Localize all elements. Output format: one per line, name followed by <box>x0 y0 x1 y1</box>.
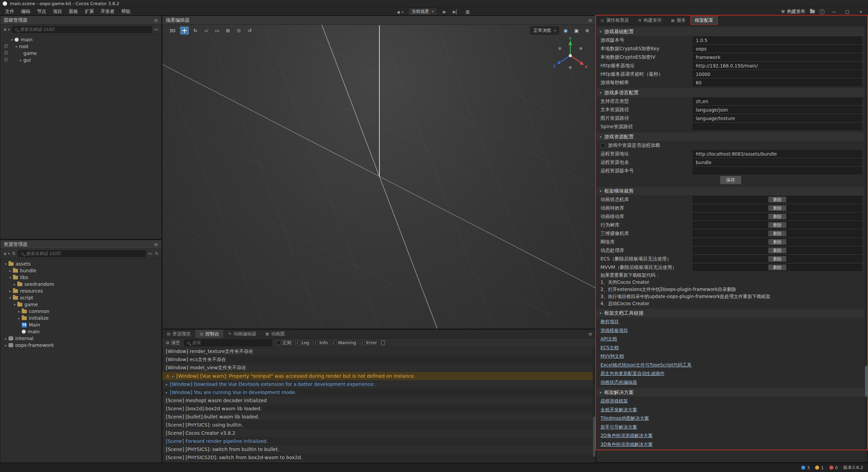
maximize-button[interactable]: □ <box>843 9 852 14</box>
menu-project[interactable]: 项目 <box>50 8 65 15</box>
link-guide-solution[interactable]: 新手引导解决方案 <box>600 423 637 432</box>
menu-file[interactable]: 文件 <box>2 8 17 15</box>
link-tutorial-project[interactable]: 教程项目 <box>600 317 619 326</box>
asset-node-game[interactable]: ▾game <box>0 301 161 308</box>
log-row-info[interactable]: ▸[Window] You are running Vue in develop… <box>162 388 596 396</box>
asset-node-initialize[interactable]: ▸initialize <box>0 315 161 321</box>
asset-node-main-scene[interactable]: main <box>0 328 161 335</box>
link-excel-tool[interactable]: Excel格式转Json文件与TypeScript代码工具 <box>600 361 692 370</box>
axis-gizmo[interactable]: Y X Z <box>552 37 589 74</box>
close-button[interactable]: × <box>856 9 865 14</box>
scene-camera-icon[interactable]: ▣ <box>572 26 581 35</box>
section-basic-config[interactable]: ▾游戏基础配置 <box>596 27 865 36</box>
expander-icon[interactable]: ▸ <box>166 382 167 386</box>
view-mode-dropdown[interactable]: 正常浏览 ▾ <box>530 26 559 35</box>
layout-grid-icon[interactable]: ▦ <box>464 9 471 14</box>
section-module-trim[interactable]: ▾框架模块裁剪 <box>596 187 865 195</box>
asset-node-assets[interactable]: ▾assets <box>0 260 161 267</box>
field-languages[interactable] <box>693 98 862 105</box>
field-remote-url[interactable] <box>693 150 862 157</box>
coordinate-space-toggle[interactable]: ↺ <box>245 26 254 35</box>
transform-rotate-tool[interactable]: ↻ <box>191 26 200 35</box>
warning-count-badge[interactable]: 1 <box>815 465 824 470</box>
filter-error-checkbox[interactable]: ✓Error <box>360 340 377 345</box>
link-3d-rpg-solution[interactable]: 3D角色扮演游戏解决方案 <box>600 440 653 449</box>
field-http-server[interactable] <box>693 62 862 69</box>
delete-module-dynamic-button[interactable]: 删除 <box>768 248 786 253</box>
tab-build-publish[interactable]: ⚒构建发布 <box>634 16 667 25</box>
field-text-path[interactable] <box>693 106 862 113</box>
open-log-file-icon[interactable] <box>381 340 385 345</box>
section-solutions[interactable]: ▾框架解决方案 <box>596 388 865 397</box>
delete-module-camera-button[interactable]: 删除 <box>768 231 786 236</box>
section-resource-config[interactable]: ▾游戏资源配置 <box>596 133 865 141</box>
link-mvvm-docs[interactable]: MVVM文档 <box>600 352 624 361</box>
link-animator-editor[interactable]: 动画状态机编辑器 <box>600 378 637 387</box>
tab-services[interactable]: ▦服务 <box>667 16 690 25</box>
field-remote-bundle[interactable] <box>693 159 862 166</box>
delete-module-network-button[interactable]: 删除 <box>768 239 786 245</box>
log-row[interactable]: [Scene] [box2d]:box2d wasm lib loaded. <box>162 405 596 413</box>
tab-animation-editor[interactable]: ✎动画编辑器 <box>224 330 261 338</box>
asset-node-libs[interactable]: ▾libs <box>0 274 161 281</box>
assets-sort-icon[interactable]: ⇅ <box>12 251 16 256</box>
field-image-path[interactable] <box>693 115 862 122</box>
expander-icon[interactable]: ▸ <box>166 391 167 394</box>
transform-gizmo-tool[interactable]: ⊞ <box>223 26 232 35</box>
console-clear-button[interactable]: ⊘清空 <box>166 340 180 346</box>
regex-checkbox[interactable]: 正则 <box>276 340 291 346</box>
preview-platform-icon[interactable]: ▶ ▾ <box>397 9 404 14</box>
console-search-input[interactable] <box>192 340 269 345</box>
tab-framework-config[interactable]: 框架配置 <box>690 16 718 25</box>
lock-icon[interactable] <box>2 45 9 48</box>
log-row[interactable]: [Window] ecs文件夹不存在 <box>162 356 596 364</box>
log-row[interactable]: [Scene] Cocos Creator v3.8.2 <box>162 429 596 437</box>
projection-3d-toggle[interactable]: 3D <box>166 26 178 35</box>
delete-module-ecs-button[interactable]: 删除 <box>768 256 786 262</box>
link-fullstack-solution[interactable]: 全栈开发解决方案 <box>600 406 637 414</box>
field-fps[interactable] <box>693 79 862 86</box>
field-remote-version[interactable] <box>693 167 862 174</box>
expander-icon[interactable]: ▸ <box>18 58 23 62</box>
hierarchy-menu-icon[interactable]: ≡ <box>154 17 158 23</box>
log-count-badge[interactable]: 3 <box>801 465 810 470</box>
log-row[interactable]: [Window] render_texture文件夹不存在 <box>162 348 596 356</box>
open-project-folder-icon[interactable] <box>810 8 815 15</box>
delete-module-effect-button[interactable]: 删除 <box>768 205 786 211</box>
build-publish-button[interactable]: ⚒ 构建发布 <box>781 8 805 15</box>
hierarchy-node-game[interactable]: game <box>0 50 161 57</box>
inspector-scrollbar[interactable] <box>865 25 868 462</box>
section-language-config[interactable]: ▾游戏多语言配置 <box>596 88 865 97</box>
menu-edit[interactable]: 编辑 <box>18 8 33 15</box>
hierarchy-add-button[interactable]: + ▾ <box>3 27 9 32</box>
asset-node-main-ts[interactable]: TSMain <box>0 321 161 328</box>
assets-filter-icon[interactable]: ≔ <box>148 251 153 256</box>
menu-panel[interactable]: 面板 <box>66 8 81 15</box>
assets-refresh-icon[interactable]: ↻ <box>155 251 159 256</box>
log-row[interactable]: [Scene] [PHYSICS]: using builtin. <box>162 421 596 429</box>
field-http-timeout[interactable] <box>693 71 862 78</box>
asset-node-oops-framework[interactable]: ▸oops-framework <box>0 342 161 349</box>
scene-light-toggle[interactable]: ◉ <box>561 26 570 35</box>
filter-log-checkbox[interactable]: ✓Log <box>295 340 309 345</box>
asset-node-internal[interactable]: ▸internal <box>0 335 161 342</box>
section-doc-links[interactable]: ▾框架文档工具链接 <box>596 309 865 317</box>
console-scrollbar[interactable] <box>593 348 596 463</box>
tab-property-inspector[interactable]: ◎属性检查器 <box>596 16 634 25</box>
hierarchy-node-gui[interactable]: ▸ gui <box>0 57 161 63</box>
assets-search-input[interactable] <box>26 251 143 256</box>
transform-move-tool[interactable] <box>180 26 189 35</box>
save-button[interactable]: 保存 <box>720 176 741 184</box>
log-row-info[interactable]: [Scene] Forward render pipeline initiali… <box>162 437 596 445</box>
asset-node-common[interactable]: ▸common <box>0 308 161 315</box>
console-menu-icon[interactable]: ≡ <box>588 331 596 337</box>
delete-module-behavior-tree-button[interactable]: 删除 <box>768 222 786 228</box>
log-row[interactable]: [Scene] [PHYSICS2D]: switch from box2d-w… <box>162 453 596 461</box>
menu-developer[interactable]: 开发者 <box>98 8 118 15</box>
link-ecs-docs[interactable]: ECS文档 <box>600 343 619 352</box>
log-row-warning[interactable]: ⚠▸[Window] [Vue warn]: Property "onInput… <box>162 372 596 380</box>
scene-menu-icon[interactable]: ≡ <box>588 17 592 23</box>
log-row[interactable]: [Window] model_view文件夹不存在 <box>162 364 596 372</box>
scene-settings-icon[interactable]: ⊛ <box>583 26 592 35</box>
remote-load-checkbox[interactable] <box>600 143 605 148</box>
